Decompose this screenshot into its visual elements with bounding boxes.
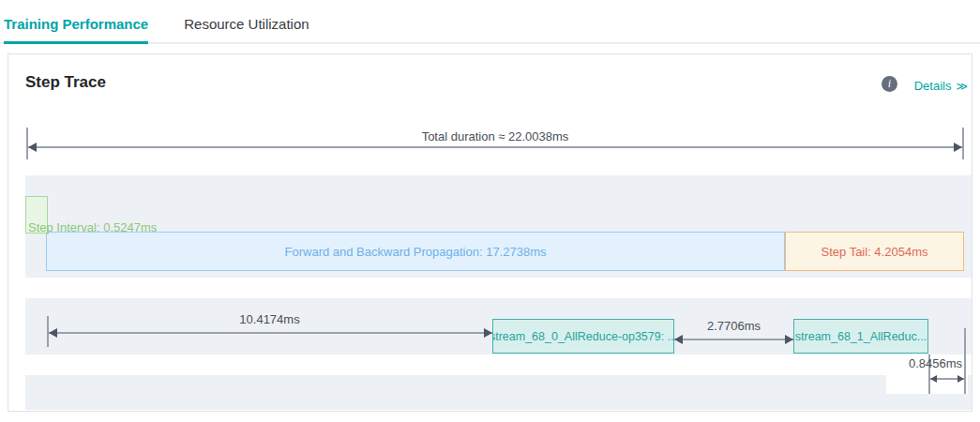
reduce-tail-measure [930,373,964,384]
page-title: Step Trace [25,73,106,92]
allreduce-box-1: stream_68_0_AllReduce-op3579: ... [492,319,674,354]
step-trace-card: Step Trace i Details ≫ Total duration ≈ … [8,53,972,412]
allreduce-box-1-label: stream_68_0_AllReduce-op3579: ... [492,330,674,343]
arrowhead-right-icon [954,143,962,152]
marker-bar-right [964,328,966,394]
screen: Training Performance Resource Utilizatio… [0,0,980,422]
reduce-gap1-measure: 10.4174ms [47,312,492,348]
step-trace-lane-1: Step Interval: 0.5247ms Forward and Back… [25,175,972,278]
info-glyph: i [888,77,891,91]
measure-endcap-right [962,128,964,159]
tab-training-performance[interactable]: Training Performance [4,16,148,42]
fpbp-label: Forward and Backward Propagation: 17.273… [285,245,547,259]
measure-line [28,146,962,148]
arrowhead-left-icon [674,335,683,344]
step-tail-label: Step Tail: 4.2054ms [822,245,928,259]
arrowhead-right-icon [957,375,964,383]
reduce-tail-label: 0.8456ms [868,356,962,370]
allreduce-box-2-label: stream_68_1_AllReduc... [795,330,927,343]
details-link[interactable]: Details ≫ [914,79,967,93]
measure-line [674,339,793,340]
arrowhead-left-icon [49,328,57,338]
info-icon[interactable]: i [882,76,897,92]
measure-line [49,332,492,334]
details-label: Details [914,79,952,93]
reduce-gap2-label: 2.7706ms [674,319,793,333]
reduce-gap2-measure: 2.7706ms [674,319,793,343]
tab-resource-utilization[interactable]: Resource Utilization [184,16,309,42]
fpbp-box: Forward and Backward Propagation: 17.273… [46,232,785,271]
tab-bar: Training Performance Resource Utilizatio… [0,0,980,44]
arrowhead-left-icon [930,375,937,383]
double-chevron-right-icon: ≫ [956,80,967,93]
arrowhead-right-icon [785,335,793,344]
step-trace-lane-3 [25,375,972,410]
tab-label: Training Performance [4,16,148,32]
step-tail-box: Step Tail: 4.2054ms [785,232,964,271]
tab-label: Resource Utilization [184,16,309,32]
arrowhead-left-icon [28,143,37,152]
step-interval-label: Step Interval: 0.5247ms [28,219,157,234]
step-trace-lane-2: 10.4174ms stream_68_0_AllReduce-op3579: … [25,298,972,354]
allreduce-box-2: stream_68_1_AllReduc... [793,319,928,354]
reduce-gap1-label: 10.4174ms [47,312,492,326]
arrowhead-right-icon [484,328,492,338]
total-duration-measure: Total duration ≈ 22.0038ms [26,128,964,159]
total-duration-label: Total duration ≈ 22.0038ms [26,129,964,143]
